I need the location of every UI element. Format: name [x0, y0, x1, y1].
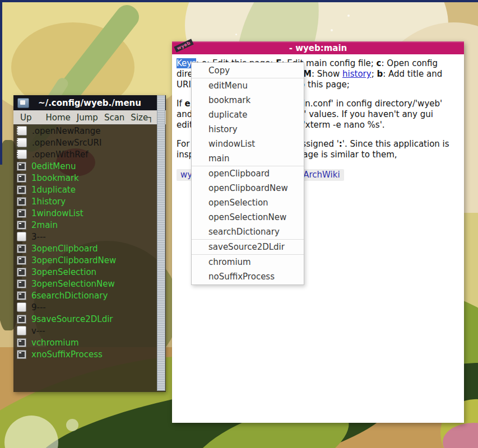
list-item-label: 9saveSource2DLdir — [31, 314, 113, 324]
context-menu-item-history[interactable]: history — [192, 122, 304, 137]
context-menu: CopyeditMenubookmarkduplicatehistorywind… — [191, 62, 304, 285]
sparkle — [331, 29, 333, 31]
context-menu-item-nosuffixprocess[interactable]: noSuffixProcess — [192, 269, 304, 284]
list-item-label: xnoSuffixProcess — [31, 349, 103, 360]
file-icon — [17, 138, 27, 147]
list-item-3openclipboard[interactable]: 3openClipboard — [13, 242, 166, 254]
file-icon — [17, 326, 26, 335]
menubar-item-jump[interactable]: Jump — [77, 113, 98, 123]
menubar-item-home[interactable]: Home — [46, 113, 71, 123]
text-segment: : Show — [312, 69, 342, 79]
list-item-9[interactable]: 9--- — [13, 301, 166, 313]
list-item-1duplicate[interactable]: 1duplicate — [13, 184, 166, 195]
list-item-opennewrange[interactable]: .openNewRange — [13, 125, 166, 137]
file-icon — [17, 150, 27, 159]
text-segment: : Add title and — [383, 69, 442, 79]
list-item-label: 3openSelectionNew — [31, 279, 115, 289]
file-icon — [17, 302, 26, 312]
terminal-icon — [17, 174, 26, 183]
context-menu-item-openselection[interactable]: openSelection — [192, 195, 304, 210]
screen-edge-left — [0, 2, 2, 165]
list-item-label: 3--- — [31, 232, 46, 242]
browser-titlebar[interactable]: wyeb - wyeb:main — [172, 41, 464, 54]
list-item-label: 6searchDictionary — [31, 291, 108, 301]
list-item-label: 1history — [31, 197, 66, 207]
terminal-icon — [17, 256, 26, 265]
text-segment: : Open config — [382, 58, 438, 68]
terminal-icon — [17, 315, 26, 324]
inline-link-history[interactable]: history — [342, 69, 372, 79]
list-item-label: vchromium — [31, 338, 79, 348]
sparkle — [347, 15, 350, 17]
scrollbar[interactable] — [157, 95, 165, 391]
terminal-icon — [17, 268, 26, 277]
menubar-item-scan[interactable]: Scan — [104, 113, 124, 123]
list-item-0editmenu[interactable]: 0editMenu — [13, 160, 166, 172]
list-item-label: .openNewRange — [32, 126, 100, 136]
terminal-icon — [17, 209, 26, 218]
list-item-label: 9--- — [31, 302, 46, 312]
context-menu-item-windowlist[interactable]: windowList — [192, 137, 304, 151]
list-item-label: 2main — [31, 220, 58, 230]
terminal-icon — [17, 185, 26, 194]
list-item-opennewsrcuri[interactable]: .openNewSrcURI — [13, 137, 166, 148]
terminal-icon — [17, 197, 26, 206]
context-menu-item-main[interactable]: main — [192, 151, 304, 166]
file-manager-list: .openNewRange.openNewSrcURI.openWithRef0… — [13, 124, 166, 392]
list-item-2main[interactable]: 2main — [13, 219, 166, 231]
context-menu-item-copy[interactable]: Copy — [192, 63, 304, 78]
context-menu-item-editmenu[interactable]: editMenu — [192, 78, 304, 93]
context-menu-item-openclipboard[interactable]: openClipboard — [192, 166, 304, 181]
list-item-3openselection[interactable]: 3openSelection — [13, 266, 166, 278]
list-item-3[interactable]: 3--- — [13, 231, 166, 242]
context-menu-item-chromium[interactable]: chromium — [192, 255, 304, 269]
terminal-icon — [17, 350, 26, 359]
list-item-label: 3openClipboardNew — [31, 255, 116, 265]
file-icon — [17, 232, 26, 241]
context-menu-item-savesource2dldir[interactable]: saveSource2DLdir — [192, 240, 304, 254]
text-segment: b — [377, 69, 383, 79]
list-item-label: 1duplicate — [31, 185, 76, 195]
list-item-6searchdictionary[interactable]: 6searchDictionary — [13, 290, 166, 301]
menubar-item-up[interactable]: Up — [20, 113, 32, 123]
list-item-v[interactable]: v--- — [13, 325, 166, 337]
file-manager-titlebar[interactable]: ~/.config/wyeb./menu — [13, 95, 166, 110]
list-item-label: 3openClipboard — [31, 244, 98, 254]
list-item-label: 3openSelection — [31, 267, 96, 277]
list-item-9savesource2dldir[interactable]: 9saveSource2DLdir — [13, 313, 166, 325]
list-item-label: v--- — [31, 326, 45, 336]
list-item-xnosuffixprocess[interactable]: xnoSuffixProcess — [13, 348, 166, 360]
text-segment: e — [184, 99, 190, 109]
context-menu-item-openclipboardnew[interactable]: openClipboardNew — [192, 181, 304, 195]
file-manager-window: ~/.config/wyeb./menu UpHomeJumpScanSize┐… — [13, 95, 166, 392]
sparkle — [235, 34, 237, 35]
context-menu-item-bookmark[interactable]: bookmark — [192, 93, 304, 108]
list-item-label: 0editMenu — [31, 161, 76, 171]
list-item-openwithref[interactable]: .openWithRef — [13, 148, 166, 160]
screen-edge-top — [0, 0, 478, 2]
desktop: ~/.config/wyeb./menu UpHomeJumpScanSize┐… — [0, 0, 478, 448]
context-menu-item-openselectionnew[interactable]: openSelectionNew — [192, 210, 304, 225]
list-item-vchromium[interactable]: vchromium — [13, 337, 166, 348]
file-manager-title: ~/.config/wyeb./menu — [38, 98, 141, 108]
list-item-1bookmark[interactable]: 1bookmark — [13, 172, 166, 184]
list-item-3openselectionnew[interactable]: 3openSelectionNew — [13, 278, 166, 290]
terminal-icon — [17, 221, 26, 230]
text-segment: If — [177, 99, 184, 109]
list-item-1windowlist[interactable]: 1windowList — [13, 207, 166, 219]
list-item-label: .openNewSrcURI — [32, 138, 101, 148]
wyeb-logo-icon: wyeb — [174, 39, 193, 52]
terminal-icon — [17, 338, 26, 347]
list-item-label: 1bookmark — [31, 173, 79, 183]
context-menu-item-searchdictionary[interactable]: searchDictionary — [192, 225, 304, 239]
file-manager-menubar: UpHomeJumpScanSize┐ — [13, 110, 166, 125]
terminal-icon — [17, 162, 26, 171]
menubar-item-size[interactable]: Size┐ — [131, 113, 153, 123]
wallpaper-bubble-small — [66, 419, 78, 431]
list-item-3openclipboardnew[interactable]: 3openClipboardNew — [13, 254, 166, 266]
list-item-1history[interactable]: 1history — [13, 195, 166, 207]
context-menu-item-duplicate[interactable]: duplicate — [192, 108, 304, 122]
text-segment: ; — [372, 69, 377, 79]
list-item-label: .openWithRef — [32, 150, 89, 160]
list-item-label: 1windowList — [31, 208, 83, 218]
